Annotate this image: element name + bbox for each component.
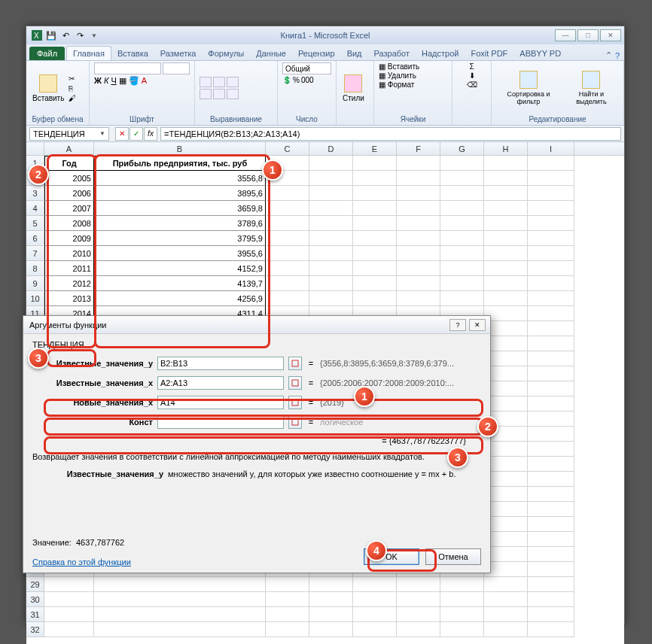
cell[interactable] [528,502,574,517]
cell[interactable] [309,276,353,291]
cell[interactable] [266,607,309,622]
cell[interactable] [528,457,574,472]
percent-icon[interactable]: % [293,76,300,84]
row-header[interactable]: 5 [26,216,44,231]
cell[interactable] [440,607,484,622]
cell[interactable] [309,592,353,607]
cell[interactable]: 3795,9 [94,231,266,246]
cell[interactable] [528,291,574,306]
cell[interactable] [94,592,266,607]
cell[interactable] [440,622,484,637]
cell[interactable] [528,577,574,592]
cell[interactable] [353,201,397,216]
cell[interactable] [309,291,353,306]
cell[interactable] [440,186,484,201]
tab-insert[interactable]: Вставка [111,47,154,60]
cell[interactable]: 2008 [44,216,94,231]
cell[interactable] [528,622,574,637]
cell[interactable] [528,276,574,291]
cell[interactable] [266,577,309,592]
row-header[interactable]: 29 [26,577,44,592]
cell[interactable] [484,291,528,306]
cell[interactable] [528,186,574,201]
col-header[interactable]: G [440,142,484,156]
cell[interactable] [528,156,574,171]
cell[interactable] [528,231,574,246]
cell[interactable]: 3556,8 [94,171,266,186]
arg-input[interactable]: A2:A13 [157,376,284,390]
range-picker-icon[interactable] [288,396,302,409]
tab-data[interactable]: Данные [250,47,292,60]
autosum-button[interactable]: Σ [469,62,474,71]
fill-button[interactable]: ⬇ [469,71,475,80]
range-picker-icon[interactable] [288,376,302,390]
cell[interactable] [94,607,266,622]
cell[interactable] [484,577,528,592]
cell[interactable]: 2009 [44,231,94,246]
cell[interactable]: 3955,6 [94,246,266,261]
cell[interactable] [309,216,353,231]
clear-button[interactable]: ⌫ [467,80,477,89]
cell[interactable] [484,186,528,201]
number-format-select[interactable]: Общий [282,62,331,74]
cell[interactable] [397,261,440,276]
row-header[interactable]: 6 [26,231,44,246]
cell[interactable] [484,592,528,607]
col-header[interactable]: A [44,142,94,156]
cell[interactable] [528,532,574,547]
cell[interactable] [528,336,574,351]
cell[interactable] [309,622,353,637]
arg-input[interactable]: B2:B13 [157,357,284,370]
cell[interactable] [484,622,528,637]
tab-home[interactable]: Главная [66,46,111,60]
cell[interactable] [353,592,397,607]
file-tab[interactable]: Файл [29,47,65,60]
cell[interactable]: 2012 [44,276,94,291]
cell[interactable] [528,472,574,487]
cell[interactable] [353,246,397,261]
cell[interactable] [484,261,528,276]
cell[interactable]: Год [44,156,94,171]
function-help-link[interactable]: Справка по этой функции [32,557,131,567]
cell[interactable] [484,216,528,231]
cell[interactable]: 2006 [44,186,94,201]
cell[interactable] [440,246,484,261]
bold-button[interactable]: Ж [94,76,102,86]
ribbon-minimize-icon[interactable]: ⌃ [605,50,612,60]
dialog-title-bar[interactable]: Аргументы функции ? ✕ [23,316,490,334]
currency-icon[interactable]: 💲 [282,76,291,84]
cell[interactable] [309,231,353,246]
cell[interactable] [440,577,484,592]
accept-formula-button[interactable]: ✓ [129,127,143,141]
cell[interactable] [528,396,574,412]
cell[interactable]: 3659,8 [94,201,266,216]
tab-view[interactable]: Вид [341,47,368,60]
cell[interactable] [484,156,528,171]
cell[interactable] [266,276,309,291]
cell[interactable] [44,592,94,607]
cell[interactable] [266,261,309,276]
tab-foxit[interactable]: Foxit PDF [465,47,513,60]
cell[interactable] [397,592,440,607]
cell[interactable] [528,171,574,186]
cell[interactable] [528,366,574,381]
font-color-button[interactable]: A [142,76,147,86]
dialog-close-button[interactable]: ✕ [469,319,486,331]
sort-filter-button[interactable]: Сортировка и фильтр [496,69,561,107]
fill-color-button[interactable]: 🪣 [129,76,139,86]
cell[interactable] [440,231,484,246]
cell[interactable] [44,622,94,637]
cell[interactable] [440,171,484,186]
cell[interactable] [309,246,353,261]
copy-icon[interactable]: ⎘ [69,84,76,93]
cell[interactable] [528,246,574,261]
insert-cells-button[interactable]: ▦ Вставить [379,62,447,71]
row-header[interactable]: 3 [26,186,44,201]
tab-layout[interactable]: Разметка [154,47,203,60]
cell[interactable]: 3895,6 [94,186,266,201]
cell[interactable] [484,607,528,622]
row-header[interactable]: 7 [26,246,44,261]
col-header[interactable]: B [94,142,266,156]
cell[interactable] [397,246,440,261]
styles-button[interactable]: Стили [341,73,366,104]
